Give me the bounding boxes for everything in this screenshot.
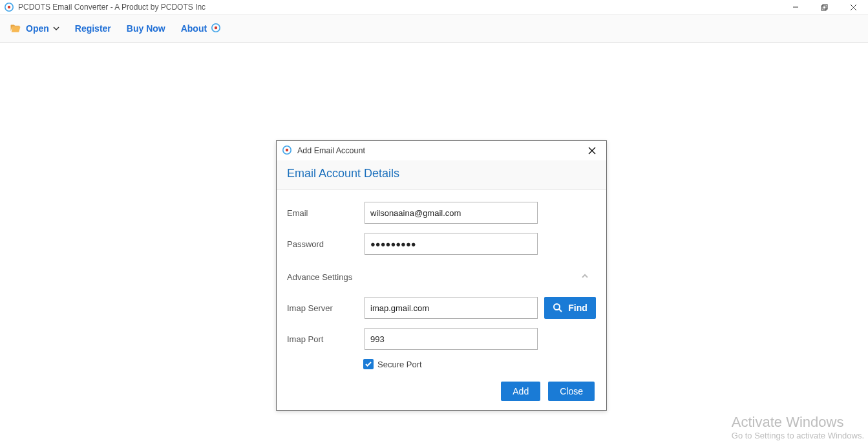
close-dialog-button[interactable]: Close <box>548 382 595 401</box>
open-menu[interactable]: Open <box>9 22 59 35</box>
svg-line-14 <box>559 309 562 312</box>
dialog-titlebar: Add Email Account <box>277 141 606 160</box>
imap-port-label: Imap Port <box>287 334 358 344</box>
app-logo-icon <box>4 2 14 12</box>
imap-server-row: Imap Server Find <box>287 297 596 319</box>
chevron-down-icon <box>53 23 59 34</box>
email-field-wrap <box>365 202 538 224</box>
watermark-line1: Activate Windows <box>732 414 864 431</box>
buy-now-link[interactable]: Buy Now <box>127 23 165 34</box>
imap-port-field-wrap <box>365 328 538 350</box>
svg-rect-4 <box>823 5 827 9</box>
imap-port-row: Imap Port <box>287 328 596 350</box>
dialog-body: Email Password Advance Settings Imap Ser… <box>277 190 606 376</box>
password-row: Password <box>287 233 596 255</box>
open-label: Open <box>26 23 49 34</box>
email-label: Email <box>287 208 358 218</box>
password-field-wrap <box>365 233 538 255</box>
secure-port-checkbox[interactable] <box>363 359 374 369</box>
dialog-panel-title: Email Account Details <box>277 160 606 190</box>
svg-point-1 <box>8 6 10 8</box>
imap-server-input[interactable] <box>370 303 532 313</box>
minimize-button[interactable] <box>781 0 810 15</box>
dialog-logo-icon <box>282 145 292 157</box>
close-button[interactable] <box>839 0 868 15</box>
secure-port-label: Secure Port <box>377 360 422 369</box>
about-logo-icon <box>211 23 221 35</box>
activate-windows-watermark: Activate Windows Go to Settings to activ… <box>732 414 864 440</box>
window-titlebar: PCDOTS Email Converter - A Product by PC… <box>0 0 868 15</box>
titlebar-left: PCDOTS Email Converter - A Product by PC… <box>4 2 206 12</box>
main-toolbar: Open Register Buy Now About <box>0 15 868 43</box>
password-label: Password <box>287 239 358 249</box>
chevron-up-icon <box>580 272 589 283</box>
dialog-footer-buttons: Add Close <box>501 382 595 401</box>
maximize-button[interactable] <box>810 0 839 15</box>
watermark-line2: Go to Settings to activate Windows. <box>732 431 864 440</box>
password-input[interactable] <box>370 239 532 249</box>
email-input[interactable] <box>370 208 532 218</box>
search-icon <box>553 303 563 313</box>
svg-point-13 <box>554 304 560 310</box>
imap-server-field-wrap <box>365 297 538 319</box>
imap-port-input[interactable] <box>370 334 532 344</box>
register-link[interactable]: Register <box>75 23 111 34</box>
find-label: Find <box>568 303 587 313</box>
buy-now-label: Buy Now <box>127 23 165 34</box>
about-label: About <box>181 23 207 34</box>
svg-rect-3 <box>821 6 826 10</box>
window-controls <box>781 0 868 15</box>
svg-point-10 <box>286 148 288 151</box>
dialog-title: Add Email Account <box>297 146 365 155</box>
dialog-close-button[interactable] <box>584 143 600 158</box>
register-label: Register <box>75 23 111 34</box>
svg-point-8 <box>215 26 217 28</box>
about-link[interactable]: About <box>181 23 221 35</box>
add-button[interactable]: Add <box>501 382 540 401</box>
imap-server-label: Imap Server <box>287 303 358 313</box>
advance-settings-row[interactable]: Advance Settings <box>287 264 596 297</box>
find-button[interactable]: Find <box>544 297 596 319</box>
folder-open-icon <box>9 22 22 35</box>
window-title: PCDOTS Email Converter - A Product by PC… <box>18 3 206 12</box>
add-email-account-dialog: Add Email Account Email Account Details … <box>276 140 607 411</box>
secure-port-row: Secure Port <box>363 359 596 369</box>
email-row: Email <box>287 202 596 224</box>
advance-settings-label: Advance Settings <box>287 272 352 282</box>
